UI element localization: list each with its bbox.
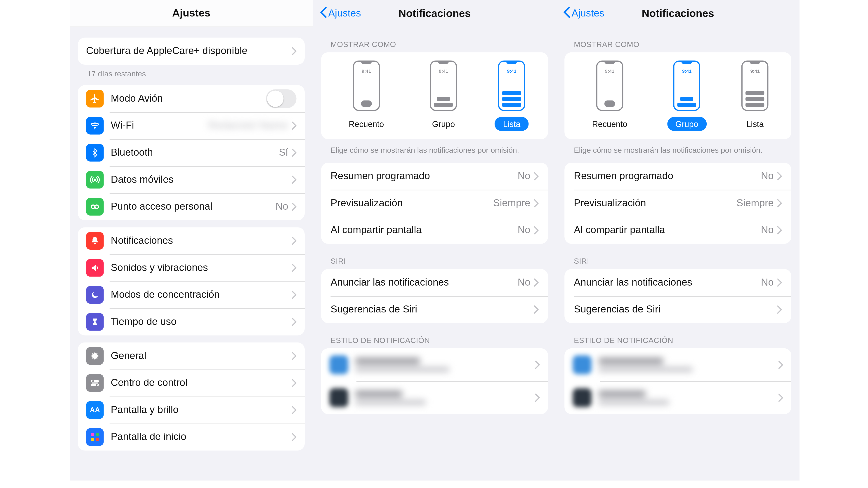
general-group: General Centro de control AA Pantalla y … <box>78 343 305 451</box>
app-row-blurred[interactable] <box>564 381 792 414</box>
row-label: Previsualización <box>574 197 737 209</box>
siri-group: Anunciar las notificacionesNo Sugerencia… <box>564 269 792 323</box>
chevron-right-icon <box>292 379 297 387</box>
chevron-left-icon <box>320 6 327 21</box>
list-label: Lista <box>738 117 772 131</box>
general-row[interactable]: General <box>78 343 305 369</box>
app-row-blurred[interactable] <box>321 381 548 414</box>
svg-rect-11 <box>96 438 99 441</box>
show-as-list[interactable]: 9:41 Lista <box>738 61 772 131</box>
app-text-blurred <box>598 390 778 404</box>
chevron-right-icon <box>292 203 297 211</box>
home-screen-icon <box>86 428 104 446</box>
preview-clock: 9:41 <box>682 69 692 74</box>
notifications-row[interactable]: Notificaciones <box>78 227 305 254</box>
app-row-blurred[interactable] <box>564 348 792 381</box>
announce-row[interactable]: Anunciar las notificacionesNo <box>564 269 792 296</box>
left-gutter <box>5 0 70 481</box>
home-screen-label: Pantalla de inicio <box>111 431 292 443</box>
bluetooth-label: Bluetooth <box>111 147 279 159</box>
row-value: No <box>761 276 774 288</box>
hourglass-icon <box>86 313 104 331</box>
switches-icon <box>86 374 104 392</box>
announce-row[interactable]: Anunciar las notificacionesNo <box>321 269 548 296</box>
svg-point-3 <box>95 205 98 208</box>
app-icon <box>573 355 592 374</box>
app-icon <box>329 388 348 407</box>
chevron-right-icon <box>292 237 297 245</box>
alerts-group: Notificaciones Sonidos y vibraciones Mod… <box>78 227 305 335</box>
chevron-right-icon <box>777 278 782 286</box>
row-value: No <box>761 170 774 182</box>
back-button[interactable]: Ajustes <box>320 6 361 21</box>
show-as-count[interactable]: 9:41 Recuento <box>340 61 392 131</box>
back-label: Ajustes <box>571 8 604 20</box>
bluetooth-row[interactable]: Bluetooth Sí <box>78 139 305 166</box>
chevron-right-icon <box>778 360 783 368</box>
focus-row[interactable]: Modos de concentración <box>78 281 305 308</box>
preview-clock: 9:41 <box>507 69 517 74</box>
back-button[interactable]: Ajustes <box>563 6 604 21</box>
app-list <box>564 348 792 414</box>
show-as-count[interactable]: 9:41 Recuento <box>584 61 636 131</box>
app-row-blurred[interactable] <box>321 348 548 381</box>
notifications-label: Notificaciones <box>111 235 292 247</box>
wifi-row[interactable]: Wi-Fi Redacted Name <box>78 112 305 139</box>
bluetooth-icon <box>86 144 104 162</box>
phone-preview-count: 9:41 <box>596 61 623 111</box>
scheduled-summary-row[interactable]: Resumen programadoNo <box>564 162 792 190</box>
chevron-left-icon <box>563 6 570 21</box>
home-screen-row[interactable]: Pantalla de inicio <box>78 424 305 451</box>
chooser-note: Elige cómo se mostrarán las notificacion… <box>574 145 782 156</box>
applecare-label: Cobertura de AppleCare+ disponible <box>86 45 292 57</box>
chevron-right-icon <box>534 226 539 234</box>
chevron-right-icon <box>292 264 297 272</box>
svg-rect-8 <box>91 433 94 436</box>
gear-icon <box>86 347 104 365</box>
group-label: Grupo <box>667 117 706 131</box>
show-as-header: MOSTRAR COMO <box>331 40 538 49</box>
chevron-right-icon <box>534 305 539 313</box>
chevron-right-icon <box>292 406 297 414</box>
show-as-header: MOSTRAR COMO <box>574 40 782 49</box>
siri-suggestions-row[interactable]: Sugerencias de Siri <box>564 296 792 323</box>
notifications-pane-b: Ajustes Notificaciones MOSTRAR COMO 9:41… <box>556 0 800 481</box>
notif-rows-1: Resumen programadoNo PrevisualizaciónSie… <box>564 162 792 243</box>
row-label: Sugerencias de Siri <box>331 303 534 315</box>
bell-icon <box>86 232 104 250</box>
cellular-row[interactable]: Datos móviles <box>78 166 305 193</box>
show-as-chooser: 9:41 Recuento 9:41 Grupo 9:41 Lista <box>564 52 792 139</box>
settings-title-text: Ajustes <box>172 7 211 20</box>
screentime-row[interactable]: Tiempo de uso <box>78 308 305 335</box>
preview-row[interactable]: PrevisualizaciónSiempre <box>564 190 792 217</box>
hotspot-row[interactable]: Punto acceso personal No <box>78 193 305 220</box>
chevron-right-icon <box>292 149 297 157</box>
show-as-group[interactable]: 9:41 Grupo <box>667 61 706 131</box>
display-row[interactable]: AA Pantalla y brillo <box>78 396 305 424</box>
sounds-row[interactable]: Sonidos y vibraciones <box>78 254 305 282</box>
airplane-row[interactable]: Modo Avión <box>78 85 305 112</box>
svg-rect-10 <box>91 438 94 441</box>
chevron-right-icon <box>534 278 539 286</box>
screen-sharing-row[interactable]: Al compartir pantallaNo <box>321 217 548 243</box>
app-list <box>321 348 548 414</box>
airplane-toggle[interactable] <box>266 89 296 108</box>
siri-suggestions-row[interactable]: Sugerencias de Siri <box>321 296 548 323</box>
screen-sharing-row[interactable]: Al compartir pantallaNo <box>564 217 792 243</box>
speaker-icon <box>86 259 104 277</box>
applecare-footnote: 17 días restantes <box>87 69 305 78</box>
preview-clock: 9:41 <box>439 69 448 74</box>
preview-row[interactable]: PrevisualizaciónSiempre <box>321 190 548 217</box>
control-center-row[interactable]: Centro de control <box>78 369 305 396</box>
chevron-right-icon <box>777 199 782 207</box>
show-as-group[interactable]: 9:41 Grupo <box>424 61 463 131</box>
row-label: Sugerencias de Siri <box>574 303 777 315</box>
svg-rect-5 <box>91 383 99 386</box>
applecare-row[interactable]: Cobertura de AppleCare+ disponible <box>78 37 305 65</box>
phone-preview-list: 9:41 <box>498 61 525 111</box>
group-label: Grupo <box>424 117 463 131</box>
show-as-list[interactable]: 9:41 Lista <box>495 61 529 131</box>
svg-point-1 <box>94 179 96 180</box>
scheduled-summary-row[interactable]: Resumen programadoNo <box>321 162 548 190</box>
nav-bar: Ajustes Notificaciones <box>313 0 556 27</box>
